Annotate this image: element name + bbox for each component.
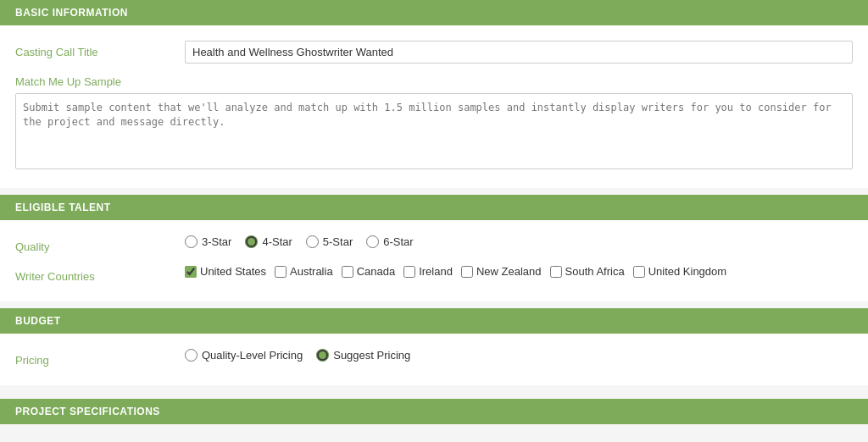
casting-call-title-input[interactable] bbox=[185, 41, 853, 64]
country-south-africa-label: South Africa bbox=[565, 265, 625, 278]
basic-information-header: BASIC INFORMATION bbox=[0, 0, 868, 25]
country-south-africa-checkbox[interactable] bbox=[550, 266, 562, 278]
quality-row: Quality 3-Star 4-Star 5-Star bbox=[15, 235, 853, 253]
country-united-states-label: United States bbox=[200, 265, 266, 278]
page-wrapper: BASIC INFORMATION Casting Call Title Mat… bbox=[0, 0, 868, 442]
countries-checkbox-group: United States Australia Canada Irel bbox=[185, 265, 853, 278]
quality-6star-item[interactable]: 6-Star bbox=[366, 235, 413, 248]
country-canada-checkbox[interactable] bbox=[342, 266, 353, 278]
casting-call-title-row: Casting Call Title bbox=[15, 41, 853, 64]
pricing-row: Pricing Quality-Level Pricing Suggest Pr… bbox=[15, 349, 853, 367]
pricing-suggest-label: Suggest Pricing bbox=[333, 349, 410, 362]
writer-countries-wrap: United States Australia Canada Irel bbox=[185, 265, 853, 278]
country-canada-item[interactable]: Canada bbox=[342, 265, 396, 278]
match-me-sample-textarea[interactable] bbox=[15, 93, 853, 169]
casting-call-title-label: Casting Call Title bbox=[15, 41, 185, 58]
quality-5star-radio[interactable] bbox=[306, 235, 319, 248]
eligible-talent-body: Quality 3-Star 4-Star 5-Star bbox=[0, 220, 868, 301]
country-south-africa-item[interactable]: South Africa bbox=[550, 265, 625, 278]
gap-1 bbox=[0, 188, 868, 195]
budget-body: Pricing Quality-Level Pricing Suggest Pr… bbox=[0, 334, 868, 385]
match-me-sample-row: Match Me Up Sample bbox=[15, 75, 853, 169]
country-united-states-checkbox[interactable] bbox=[185, 266, 197, 278]
pricing-quality-level-radio[interactable] bbox=[185, 349, 198, 362]
quality-4star-radio[interactable] bbox=[245, 235, 258, 248]
country-united-states-item[interactable]: United States bbox=[185, 265, 266, 278]
quality-options-wrap: 3-Star 4-Star 5-Star 6-Star bbox=[185, 235, 853, 248]
quality-4star-item[interactable]: 4-Star bbox=[245, 235, 292, 248]
project-specifications-header: PROJECT SPECIFICATIONS bbox=[0, 399, 868, 424]
quality-4star-label: 4-Star bbox=[262, 235, 292, 248]
basic-information-section: BASIC INFORMATION Casting Call Title Mat… bbox=[0, 0, 868, 188]
pricing-suggest-radio[interactable] bbox=[316, 349, 329, 362]
country-united-kingdom-item[interactable]: United Kingdom bbox=[633, 265, 727, 278]
budget-section: BUDGET Pricing Quality-Level Pricing Sug… bbox=[0, 308, 868, 385]
pricing-quality-level-item[interactable]: Quality-Level Pricing bbox=[185, 349, 303, 362]
basic-information-body: Casting Call Title Match Me Up Sample bbox=[0, 25, 868, 188]
country-ireland-label: Ireland bbox=[419, 265, 453, 278]
country-new-zealand-label: New Zealand bbox=[476, 265, 542, 278]
country-new-zealand-item[interactable]: New Zealand bbox=[461, 265, 542, 278]
country-australia-item[interactable]: Australia bbox=[275, 265, 333, 278]
pricing-label: Pricing bbox=[15, 349, 185, 367]
gap-2 bbox=[0, 301, 868, 308]
quality-6star-radio[interactable] bbox=[366, 235, 379, 248]
gap-3 bbox=[0, 385, 868, 392]
country-new-zealand-checkbox[interactable] bbox=[461, 266, 473, 278]
quality-5star-label: 5-Star bbox=[323, 235, 353, 248]
quality-3star-label: 3-Star bbox=[202, 235, 231, 248]
eligible-talent-header: ELIGIBLE TALENT bbox=[0, 195, 868, 220]
quality-3star-radio[interactable] bbox=[185, 235, 198, 248]
country-australia-label: Australia bbox=[290, 265, 333, 278]
budget-header: BUDGET bbox=[0, 308, 868, 334]
eligible-talent-section: ELIGIBLE TALENT Quality 3-Star 4-Star bbox=[0, 195, 868, 301]
pricing-options-wrap: Quality-Level Pricing Suggest Pricing bbox=[185, 349, 853, 362]
writer-countries-row: Writer Countries United States Australia bbox=[15, 265, 853, 283]
quality-3star-item[interactable]: 3-Star bbox=[185, 235, 231, 248]
quality-6star-label: 6-Star bbox=[383, 235, 413, 248]
quality-radio-group: 3-Star 4-Star 5-Star 6-Star bbox=[185, 235, 853, 248]
quality-5star-item[interactable]: 5-Star bbox=[306, 235, 353, 248]
country-ireland-checkbox[interactable] bbox=[403, 266, 415, 278]
pricing-suggest-item[interactable]: Suggest Pricing bbox=[316, 349, 410, 362]
country-canada-label: Canada bbox=[357, 265, 396, 278]
casting-call-title-wrap bbox=[185, 41, 853, 64]
country-australia-checkbox[interactable] bbox=[275, 266, 287, 278]
writer-countries-label: Writer Countries bbox=[15, 265, 185, 283]
pricing-quality-level-label: Quality-Level Pricing bbox=[202, 349, 303, 362]
quality-label: Quality bbox=[15, 235, 185, 253]
country-united-kingdom-checkbox[interactable] bbox=[633, 266, 645, 278]
country-ireland-item[interactable]: Ireland bbox=[403, 265, 453, 278]
country-united-kingdom-label: United Kingdom bbox=[648, 265, 727, 278]
pricing-radio-group: Quality-Level Pricing Suggest Pricing bbox=[185, 349, 853, 362]
match-me-sample-label: Match Me Up Sample bbox=[15, 75, 121, 88]
